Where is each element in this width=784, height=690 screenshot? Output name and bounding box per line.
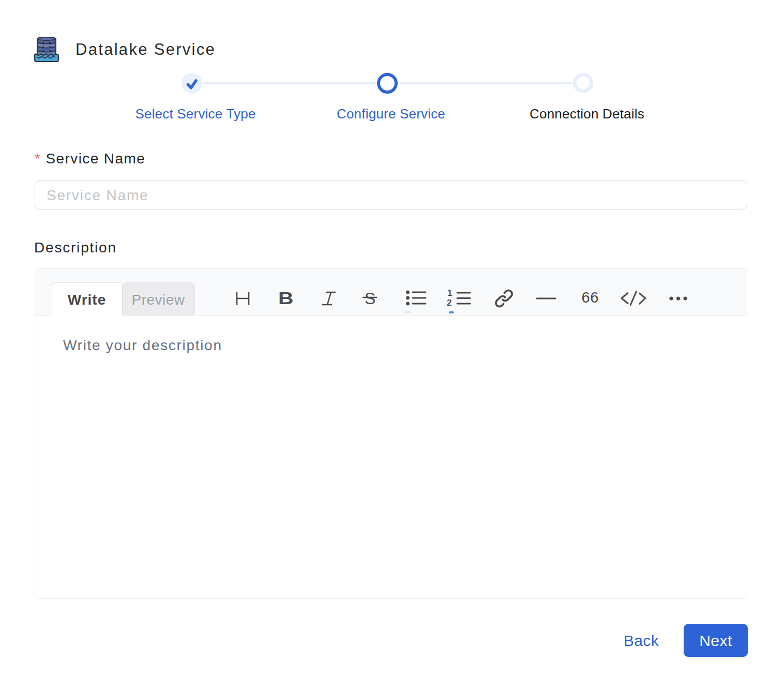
- svg-text:1: 1: [447, 288, 452, 298]
- svg-text:B: B: [278, 288, 293, 308]
- svg-text:2: 2: [447, 298, 451, 308]
- svg-text:66: 66: [582, 289, 599, 306]
- svg-text:S: S: [365, 289, 375, 308]
